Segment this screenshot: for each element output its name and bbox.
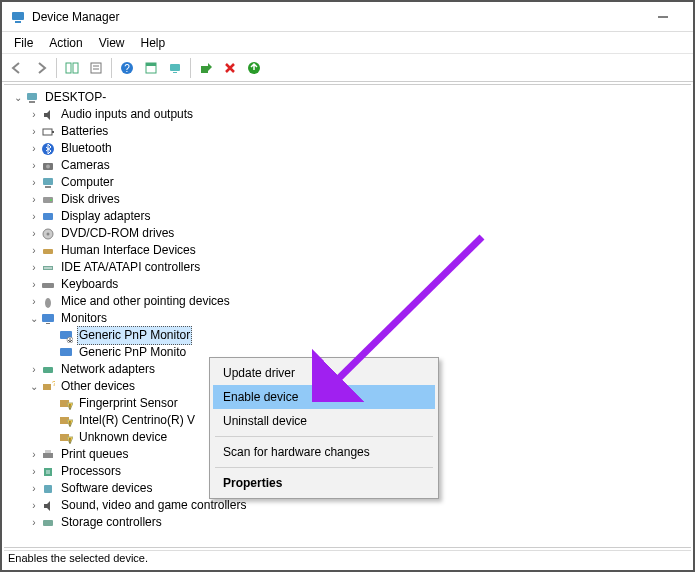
expand-icon[interactable]: › [28,497,40,514]
svg-rect-0 [12,12,24,20]
tree-category[interactable]: ›Mice and other pointing devices [6,293,689,310]
expand-icon[interactable]: › [28,293,40,310]
expand-icon[interactable]: › [28,123,40,140]
category-icon [40,158,56,174]
category-icon [40,260,56,276]
svg-rect-33 [42,283,54,288]
svg-text:!: ! [69,437,71,444]
svg-rect-23 [43,178,53,185]
monitor-down-icon [58,328,74,344]
svg-rect-3 [66,63,71,73]
svg-point-34 [45,298,51,308]
menubar: File Action View Help [2,32,693,54]
scan-hardware-button[interactable] [164,57,186,79]
expand-icon[interactable]: › [28,225,40,242]
monitor-icon [58,345,74,361]
context-menu: Update driver Enable device Uninstall de… [209,357,439,499]
toolbar-separator [56,58,57,78]
tree-category[interactable]: ›Disk drives [6,191,689,208]
svg-rect-27 [43,213,53,220]
help-button[interactable]: ? [116,57,138,79]
menu-help[interactable]: Help [133,34,174,52]
window-title: Device Manager [32,10,641,24]
svg-point-26 [50,199,52,201]
tree-category[interactable]: ›Cameras [6,157,689,174]
expand-icon[interactable]: › [28,174,40,191]
svg-rect-49 [43,453,53,458]
svg-rect-14 [201,66,208,73]
expand-icon[interactable]: › [28,208,40,225]
tree-category[interactable]: ›DVD/CD-ROM drives [6,225,689,242]
svg-rect-16 [27,93,37,100]
properties-button[interactable] [85,57,107,79]
category-icon [40,277,56,293]
expand-icon[interactable]: › [28,463,40,480]
tree-category[interactable]: ›Storage controllers [6,514,689,531]
category-icon [40,498,56,514]
ctx-scan-hardware[interactable]: Scan for hardware changes [213,440,435,464]
tree-category[interactable]: ›Human Interface Devices [6,242,689,259]
tree-category[interactable]: ›Computer [6,174,689,191]
toolbar-button[interactable] [140,57,162,79]
ctx-properties[interactable]: Properties [213,471,435,495]
ctx-enable-device[interactable]: Enable device [213,385,435,409]
svg-rect-4 [73,63,78,73]
menu-view[interactable]: View [91,34,133,52]
svg-rect-18 [43,129,52,135]
svg-rect-39 [60,348,72,356]
expand-icon[interactable]: › [28,140,40,157]
tree-category[interactable]: ›Sound, video and game controllers [6,497,689,514]
expand-icon[interactable]: › [28,157,40,174]
expand-icon[interactable]: › [28,361,40,378]
svg-rect-24 [45,186,51,188]
collapse-icon[interactable]: ⌄ [28,378,40,395]
menu-separator [215,467,433,468]
computer-icon [24,90,40,106]
tree-category-monitors[interactable]: ⌄ Monitors [6,310,689,327]
tree-category[interactable]: ›Keyboards [6,276,689,293]
category-icon [40,464,56,480]
show-hide-console-button[interactable] [61,57,83,79]
collapse-icon[interactable]: ⌄ [12,89,24,106]
expand-icon[interactable]: › [28,191,40,208]
tree-category[interactable]: ›Display adapters [6,208,689,225]
expand-icon[interactable]: › [28,514,40,531]
svg-rect-1 [15,21,21,23]
tree-category[interactable]: ›Bluetooth [6,140,689,157]
warning-icon: ! [58,430,74,446]
tree-item-generic-pnp-monitor-1[interactable]: Generic PnP Monitor [6,327,689,344]
svg-text:?: ? [52,380,55,388]
expand-icon[interactable]: › [28,259,40,276]
ctx-update-driver[interactable]: Update driver [213,361,435,385]
expand-icon[interactable]: › [28,480,40,497]
toolbar-separator [190,58,191,78]
svg-point-22 [46,164,50,168]
collapse-icon[interactable]: ⌄ [28,310,40,327]
status-bar: Enables the selected device. [4,550,691,568]
menu-action[interactable]: Action [41,34,90,52]
update-driver-button[interactable] [243,57,265,79]
category-icon [40,243,56,259]
svg-text:!: ! [69,403,71,410]
minimize-button[interactable] [641,3,685,31]
expand-icon[interactable]: › [28,276,40,293]
category-icon [40,294,56,310]
expand-icon[interactable]: › [28,106,40,123]
forward-button[interactable] [30,57,52,79]
menu-file[interactable]: File [6,34,41,52]
enable-device-button[interactable] [195,57,217,79]
ctx-uninstall-device[interactable]: Uninstall device [213,409,435,433]
expand-icon[interactable]: › [28,446,40,463]
tree-root[interactable]: ⌄ DESKTOP- [6,89,689,106]
svg-rect-54 [43,520,53,526]
svg-rect-50 [45,450,51,453]
back-button[interactable] [6,57,28,79]
uninstall-button[interactable] [219,57,241,79]
tree-category[interactable]: ›Audio inputs and outputs [6,106,689,123]
expand-icon[interactable]: › [28,242,40,259]
svg-rect-30 [43,249,53,254]
category-icon [40,192,56,208]
tree-category[interactable]: ›Batteries [6,123,689,140]
tree-category[interactable]: ›IDE ATA/ATAPI controllers [6,259,689,276]
warning-icon: ! [58,396,74,412]
